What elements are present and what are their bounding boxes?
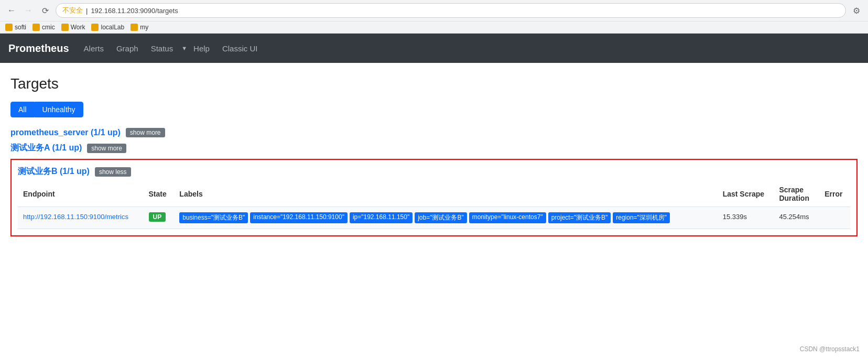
col-scrape-duration: ScrapeDuration bbox=[774, 181, 819, 207]
filter-buttons: All Unhealthy bbox=[10, 102, 858, 117]
targets-table: Endpoint State Labels Last Scrape Scrape… bbox=[18, 181, 850, 229]
target-group-header-test-service-b: 测试业务B (1/1 up) show less bbox=[18, 166, 850, 177]
page-title: Targets bbox=[10, 75, 858, 92]
label-badge: instance="192.168.11.150:9100" bbox=[250, 212, 348, 223]
nav-status-dropdown[interactable]: Status ▼ bbox=[145, 40, 187, 57]
bookmark-icon-locallab bbox=[91, 24, 99, 31]
prom-brand[interactable]: Prometheus bbox=[8, 42, 69, 55]
profile-button[interactable]: ⚙ bbox=[850, 4, 863, 17]
target-group-title-test-service-a[interactable]: 测试业务A (1/1 up) bbox=[10, 143, 82, 154]
bookmark-locallab[interactable]: localLab bbox=[91, 24, 124, 31]
cell-state: UP bbox=[144, 207, 175, 229]
browser-chrome: ← → ⟳ 不安全 | 192.168.11.203:9090/targets … bbox=[0, 0, 868, 34]
filter-all-button[interactable]: All bbox=[10, 102, 35, 117]
col-endpoint: Endpoint bbox=[18, 181, 144, 207]
address-bar[interactable]: 不安全 | 192.168.11.203:9090/targets bbox=[56, 3, 846, 18]
target-group-header-test-service-a: 测试业务A (1/1 up) show more bbox=[10, 143, 858, 154]
cell-endpoint: http://192.168.11.150:9100/metrics bbox=[18, 207, 144, 229]
bookmarks-bar: softi cmic Work localLab my bbox=[0, 21, 868, 33]
target-group-title-test-service-b[interactable]: 测试业务B (1/1 up) bbox=[18, 166, 90, 177]
security-warning: 不安全 bbox=[62, 6, 83, 15]
col-state: State bbox=[144, 181, 175, 207]
cell-scrape-duration: 45.254ms bbox=[774, 207, 819, 229]
table-header-row: Endpoint State Labels Last Scrape Scrape… bbox=[18, 181, 850, 207]
cell-error bbox=[819, 207, 850, 229]
label-badge: project="测试业务B" bbox=[548, 212, 611, 223]
cell-last-scrape: 15.339s bbox=[718, 207, 774, 229]
bookmark-icon-work bbox=[61, 24, 69, 31]
col-last-scrape: Last Scrape bbox=[718, 181, 774, 207]
nav-help[interactable]: Help bbox=[187, 40, 216, 57]
reload-button[interactable]: ⟳ bbox=[39, 4, 51, 17]
back-button[interactable]: ← bbox=[5, 4, 18, 17]
labels-container: business="测试业务B" instance="192.168.11.15… bbox=[179, 212, 712, 223]
target-group-test-service-a: 测试业务A (1/1 up) show more bbox=[10, 143, 858, 154]
label-badge: monitype="linux-centos7" bbox=[469, 212, 546, 223]
bookmark-icon-softi bbox=[5, 24, 13, 31]
label-badge: job="测试业务B" bbox=[415, 212, 467, 223]
show-more-button-test-service-a[interactable]: show more bbox=[87, 144, 126, 153]
nav-alerts[interactable]: Alerts bbox=[78, 40, 110, 57]
bookmark-icon-my bbox=[131, 24, 138, 31]
col-labels: Labels bbox=[174, 181, 717, 207]
browser-url: 192.168.11.203:9090/targets bbox=[91, 7, 178, 15]
target-group-prometheus-server: prometheus_server (1/1 up) show more bbox=[10, 128, 858, 137]
last-scrape-value: 15.339s bbox=[723, 213, 747, 221]
show-less-button-test-service-b[interactable]: show less bbox=[95, 167, 131, 177]
label-badge: business="测试业务B" bbox=[179, 212, 248, 223]
bookmark-softi[interactable]: softi bbox=[5, 24, 26, 31]
prom-navbar: Prometheus Alerts Graph Status ▼ Help Cl… bbox=[0, 34, 868, 63]
nav-graph[interactable]: Graph bbox=[110, 40, 145, 57]
browser-toolbar: ← → ⟳ 不安全 | 192.168.11.203:9090/targets … bbox=[0, 0, 868, 21]
cell-labels: business="测试业务B" instance="192.168.11.15… bbox=[174, 207, 717, 229]
label-badge: ip="192.168.11.150" bbox=[350, 212, 413, 223]
target-group-test-service-b: 测试业务B (1/1 up) show less Endpoint State … bbox=[10, 159, 858, 236]
endpoint-link[interactable]: http://192.168.11.150:9100/metrics bbox=[23, 213, 128, 221]
col-error: Error bbox=[819, 181, 850, 207]
scrape-duration-value: 45.254ms bbox=[779, 213, 809, 221]
nav-status[interactable]: Status bbox=[145, 40, 180, 57]
bookmark-my[interactable]: my bbox=[131, 24, 148, 31]
target-group-title-prometheus-server[interactable]: prometheus_server (1/1 up) bbox=[10, 128, 121, 137]
table-row: http://192.168.11.150:9100/metrics UP bu… bbox=[18, 207, 850, 229]
show-more-button-prometheus-server[interactable]: show more bbox=[126, 128, 165, 137]
bookmark-icon-cmic bbox=[32, 24, 40, 31]
label-badge: region="深圳机房" bbox=[613, 212, 670, 223]
filter-unhealthy-button[interactable]: Unhealthy bbox=[35, 102, 83, 117]
forward-button[interactable]: → bbox=[22, 4, 35, 17]
bookmark-work[interactable]: Work bbox=[61, 24, 85, 31]
bookmark-cmic[interactable]: cmic bbox=[32, 24, 55, 31]
url-separator: | bbox=[86, 7, 88, 15]
nav-classic-ui[interactable]: Classic UI bbox=[216, 40, 264, 57]
target-group-header-prometheus-server: prometheus_server (1/1 up) show more bbox=[10, 128, 858, 137]
dropdown-arrow-icon: ▼ bbox=[181, 45, 187, 51]
state-badge-up: UP bbox=[149, 212, 166, 222]
main-content: Targets All Unhealthy prometheus_server … bbox=[0, 63, 868, 254]
